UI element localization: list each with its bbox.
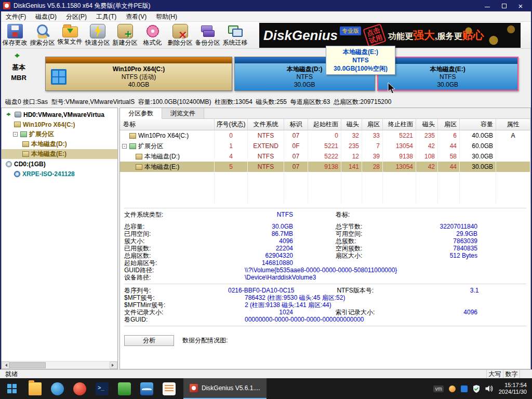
column-header[interactable]: 磁头 bbox=[341, 119, 362, 130]
detail-value: \\?\Volume{b535aae8-0000-0000-0000-50801… bbox=[228, 267, 397, 274]
detail-label: 卷标: bbox=[336, 211, 414, 218]
toolbar-search-button[interactable]: 搜索分区 bbox=[29, 23, 56, 46]
disk-switch-arrows-icon[interactable] bbox=[12, 52, 22, 59]
toolbar-backup-button[interactable]: 备份分区 bbox=[194, 23, 221, 46]
maximize-button[interactable] bbox=[496, 0, 512, 11]
scroll-thumb[interactable] bbox=[9, 362, 46, 368]
security-shield-icon[interactable] bbox=[473, 385, 480, 393]
column-header[interactable]: 序号(状态) bbox=[215, 119, 248, 130]
scroll-track[interactable] bbox=[9, 362, 110, 369]
collapse-icon[interactable]: - bbox=[13, 132, 18, 137]
column-header[interactable]: 起始柱面 bbox=[308, 119, 341, 130]
banner-logo: DiskGenius bbox=[263, 28, 338, 44]
toolbar-new-button[interactable]: 新建分区 bbox=[111, 23, 139, 46]
scroll-right-button[interactable] bbox=[110, 362, 117, 369]
table-cell: 30.0GB bbox=[460, 162, 496, 172]
tree-item-label: 本地磁盘(E:) bbox=[31, 150, 66, 158]
taskbar-app-button-1[interactable] bbox=[46, 378, 69, 399]
tree-item[interactable]: 本地磁盘(E:) bbox=[2, 149, 117, 159]
partition-table-row[interactable]: -扩展分区1EXTEND0F5221235713054424460.0GB bbox=[120, 141, 530, 151]
empty-table-row bbox=[120, 172, 530, 182]
start-button[interactable] bbox=[0, 378, 24, 399]
partition-bar-text: 本地磁盘(D:)NTFS30.0GB bbox=[287, 65, 323, 89]
menu-item[interactable]: 文件(F) bbox=[1, 11, 31, 22]
partition-bar-3[interactable]: 本地磁盘(E:)NTFS30.0GB bbox=[377, 57, 519, 91]
table-cell bbox=[438, 182, 460, 193]
partition-tree-panel: HD0:VMware,VMwareVirtuaWin10Pro X64(C:)-… bbox=[1, 108, 118, 369]
column-header[interactable]: 标识 bbox=[284, 119, 308, 130]
taskbar-app-button-2[interactable] bbox=[69, 378, 91, 399]
partition-name: 本地磁盘(E:) bbox=[430, 65, 466, 73]
table-cell: 12 bbox=[341, 151, 362, 162]
minimize-button[interactable] bbox=[479, 0, 496, 11]
toolbar-migrate-button[interactable]: 系统迁移 bbox=[221, 23, 249, 46]
menu-item[interactable]: 查看(V) bbox=[121, 11, 151, 22]
blue-tray-icon[interactable] bbox=[461, 385, 468, 392]
menu-item[interactable]: 磁盘(D) bbox=[31, 11, 61, 22]
column-header[interactable]: 文件系统 bbox=[248, 119, 284, 130]
tree-item[interactable]: XRPE-ISO-241128 bbox=[2, 169, 117, 179]
tree-item[interactable]: -扩展分区 bbox=[2, 129, 117, 139]
task-label: DiskGenius V5.6.1.... bbox=[202, 384, 260, 392]
column-header[interactable]: 磁头 bbox=[416, 119, 438, 130]
toolbar-format-button[interactable]: 格式化 bbox=[139, 23, 166, 46]
partition-table-row[interactable]: Win10Pro X64(C:)0NTFS07032335221235640.0… bbox=[120, 130, 530, 141]
partition-bar-1[interactable]: Win10Pro X64(C:)NTFS (活动)40.0GB bbox=[45, 57, 232, 91]
detail-row: GUID路径:\\?\Volume{b535aae8-0000-0000-000… bbox=[124, 267, 530, 274]
analyze-row: 分析 数据分配情况图: bbox=[120, 335, 530, 346]
table-cell bbox=[248, 172, 284, 182]
taskbar-explorer-button[interactable] bbox=[24, 378, 46, 399]
tree-item[interactable]: CD0:(1GB) bbox=[2, 159, 117, 169]
toolbar-quick-button[interactable]: 快速分区 bbox=[84, 23, 111, 46]
tab-partition-params[interactable]: 分区参数 bbox=[120, 108, 162, 119]
close-button[interactable]: × bbox=[512, 0, 529, 11]
menu-item[interactable]: 工具(T) bbox=[91, 11, 121, 22]
table-cell: NTFS bbox=[248, 162, 284, 172]
volume-icon[interactable] bbox=[485, 385, 494, 392]
detail-label: 起始扇区号: bbox=[124, 259, 228, 267]
tree-item[interactable]: 本地磁盘(D:) bbox=[2, 139, 117, 149]
column-header[interactable]: 扇区 bbox=[438, 119, 460, 130]
detail-row: 设备路径:\Device\HarddiskVolume3 bbox=[124, 274, 530, 281]
taskbar-active-task[interactable]: DiskGenius V5.6.1.... bbox=[183, 378, 267, 399]
toolbar-save-button[interactable]: 保存更改 bbox=[1, 23, 29, 46]
taskbar-clock[interactable]: 15:17:54 2024/11/30 bbox=[499, 382, 527, 395]
orange-tray-icon[interactable] bbox=[449, 385, 456, 392]
table-cell: 6 bbox=[438, 130, 460, 141]
clock-date: 2024/11/30 bbox=[499, 389, 527, 395]
taskbar-app-button-4[interactable] bbox=[136, 378, 158, 399]
toolbar-delete-button[interactable]: 删除分区 bbox=[166, 23, 194, 46]
detail-row: 已用簇数:22204空闲簇数:7840835 bbox=[124, 245, 530, 252]
column-header[interactable]: 扇区 bbox=[362, 119, 383, 130]
blue-app-icon bbox=[51, 382, 64, 395]
taskbar-app-button-3[interactable] bbox=[113, 378, 136, 399]
detail-row: 文件系统类型:NTFS卷标: bbox=[124, 211, 530, 218]
table-cell: 39 bbox=[362, 151, 383, 162]
column-header[interactable]: 容量 bbox=[460, 119, 496, 130]
menu-item[interactable]: 分区(P) bbox=[61, 11, 91, 22]
num-lock-indicator: 数字 bbox=[503, 370, 520, 378]
folder-icon bbox=[29, 382, 42, 395]
window-title: DiskGenius V5.6.1.1580 x64 免费版(单文件PE版) bbox=[14, 2, 150, 10]
column-header[interactable]: 属性 bbox=[496, 119, 530, 130]
tree-horizontal-scrollbar[interactable] bbox=[2, 361, 117, 369]
taskbar-terminal-button[interactable] bbox=[91, 378, 113, 399]
tree-item[interactable]: Win10Pro X64(C:) bbox=[2, 119, 117, 129]
analyze-button[interactable]: 分析 bbox=[124, 335, 174, 346]
menu-item[interactable]: 帮助(H) bbox=[151, 11, 182, 22]
collapse-icon[interactable]: - bbox=[122, 144, 127, 149]
vmware-tray-icon[interactable]: vm bbox=[433, 385, 443, 392]
ad-banner[interactable]: DiskGenius 专业版 点击试用 功能更强大,服务更贴心 bbox=[259, 23, 521, 48]
toolbar-recover-button[interactable]: 恢复文件 bbox=[56, 23, 84, 46]
tab-browse-files[interactable]: 浏览文件 bbox=[162, 108, 204, 118]
partition-table-row[interactable]: 本地磁盘(E:)5NTFS0791381412813054424430.0GB bbox=[120, 162, 530, 172]
green-app-icon bbox=[118, 382, 131, 395]
volume-label-cell: Win10Pro X64(C:) bbox=[120, 130, 215, 141]
column-header[interactable]: 卷标 bbox=[120, 119, 215, 130]
scroll-left-button[interactable] bbox=[2, 362, 9, 369]
taskbar-notes-button[interactable] bbox=[158, 378, 180, 399]
tree-item[interactable]: HD0:VMware,VMwareVirtua bbox=[2, 110, 117, 119]
column-header[interactable]: 终止柱面 bbox=[383, 119, 416, 130]
partition-table-row[interactable]: 本地磁盘(D:)4NTFS075222123991381085830.0GB bbox=[120, 151, 530, 162]
detail-value: 146810880 bbox=[228, 259, 293, 267]
